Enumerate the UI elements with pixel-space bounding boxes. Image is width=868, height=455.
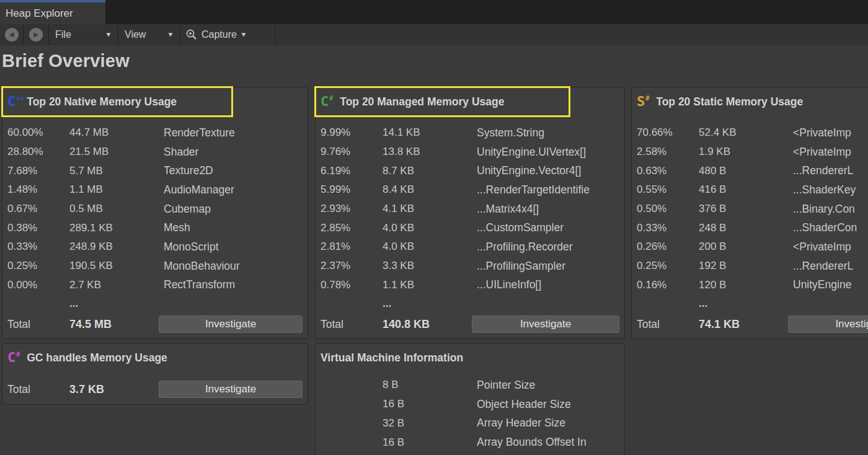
row-size: 0.5 MB [69, 203, 164, 215]
row-size: 5.7 MB [69, 165, 164, 177]
memory-row[interactable]: 0.25% 190.5 KB MonoBehaviour [7, 257, 303, 276]
investigate-button[interactable]: Investigate [788, 316, 868, 333]
memory-row[interactable]: 9.99% 14.1 KB System.String [321, 123, 619, 143]
row-percent: 2.37% [321, 260, 383, 272]
csharp-language-icon: C # [321, 95, 335, 108]
memory-row[interactable]: 6.19% 8.7 KB UnityEngine.Vector4[] [321, 161, 619, 180]
toolbar: ◀ ▶ File ▼ View ▼ Capture ▼ [0, 24, 868, 45]
vm-info-row[interactable]: 16 B Object Header Size [321, 395, 619, 414]
memory-row[interactable]: 70.66% 52.4 KB <PrivateImp [637, 123, 868, 143]
forward-button[interactable]: ▶ [24, 24, 49, 45]
row-type: UnityEngine [793, 278, 868, 291]
row-size: 416 B [699, 183, 793, 196]
row-size: 289.1 KB [69, 222, 164, 234]
memory-row[interactable]: 0.26% 200 B <PrivateImp [637, 237, 868, 257]
row-size: 4.0 KB [383, 241, 477, 253]
memory-row[interactable]: 2.81% 4.0 KB ...Profiling.Recorder [321, 237, 619, 257]
tab-heap-explorer[interactable]: Heap Explorer [0, 0, 105, 24]
memory-row[interactable]: 5.99% 8.4 KB ...RenderTargetIdentifie [321, 180, 619, 200]
memory-row[interactable]: 0.50% 376 B ...Binary.Con [637, 200, 868, 219]
row-percent: 5.99% [321, 183, 383, 196]
row-size: 4.0 KB [383, 222, 477, 234]
gc-csharp-icon: C # [7, 351, 22, 364]
more-rows-indicator: ... [7, 294, 303, 313]
row-type: ...RenderTargetIdentifie [477, 183, 619, 197]
memory-row[interactable]: 2.85% 4.0 KB ...CustomSampler [321, 218, 619, 237]
page-title: Brief Overview [2, 51, 130, 71]
memory-row[interactable]: 9.76% 13.8 KB UnityEngine.UIVertex[] [321, 143, 619, 162]
row-percent: 0.67% [7, 203, 69, 215]
row-type: MonoScript [164, 241, 303, 254]
investigate-button[interactable]: Investigate [159, 316, 303, 333]
total-label: Total [637, 318, 699, 331]
total-label: Total [7, 318, 69, 331]
capture-menu-button[interactable]: Capture ▼ [180, 24, 275, 45]
row-size: 52.4 KB [699, 126, 793, 139]
memory-row[interactable]: 0.55% 416 B ...ShaderKey [637, 180, 868, 200]
row-percent: 0.38% [7, 222, 69, 234]
row-size: 44.7 MB [69, 126, 164, 139]
memory-row[interactable]: 0.00% 2.7 KB RectTransform [7, 276, 303, 295]
gc-total-row: Total 3.7 KB Investigate [7, 379, 303, 399]
memory-row[interactable]: 7.68% 5.7 MB Texture2D [7, 161, 303, 180]
row-type: ...RendererL [793, 260, 868, 273]
back-button[interactable]: ◀ [0, 24, 24, 45]
managed-total-row: Total 140.8 KB Investigate [321, 314, 619, 334]
memory-row[interactable]: 2.93% 4.1 KB ...Matrix4x4[] [321, 200, 619, 219]
memory-row[interactable]: 1.48% 1.1 MB AudioManager [7, 180, 303, 200]
row-percent: 0.26% [637, 241, 699, 253]
memory-row[interactable]: 0.67% 0.5 MB Cubemap [7, 200, 303, 219]
row-type: <PrivateImp [793, 241, 868, 254]
row-size: 16 B [383, 398, 477, 410]
row-type: UnityEngine.UIVertex[] [477, 146, 619, 159]
vm-panel-title: Virtual Machine Information [321, 351, 463, 364]
row-percent: 0.25% [637, 260, 699, 272]
memory-row[interactable]: 0.38% 289.1 KB Mesh [7, 218, 303, 237]
memory-row[interactable]: 2.58% 1.9 KB <PrivateImp [637, 143, 868, 162]
managed-memory-list: 9.99% 14.1 KB System.String 9.76% 13.8 K… [321, 123, 619, 294]
row-size: 192 B [699, 260, 793, 272]
investigate-button[interactable]: Investigate [159, 381, 303, 398]
row-type: ...ShaderKey [793, 183, 868, 197]
row-size: 3.3 KB [383, 260, 477, 272]
static-language-icon: S # [637, 95, 651, 108]
static-memory-panel: S # Top 20 Static Memory Usage 70.66% 52… [631, 87, 868, 339]
row-size: 376 B [699, 203, 793, 215]
row-percent: 2.93% [321, 203, 383, 215]
row-type: ...UILineInfo[] [477, 278, 619, 291]
vm-info-row[interactable]: 16 B Array Bounds Offset In [321, 433, 619, 452]
row-percent: 6.19% [321, 165, 383, 177]
memory-row[interactable]: 0.33% 248 B ...ShaderCon [637, 218, 868, 237]
row-type: Mesh [164, 221, 303, 234]
tab-strip: Heap Explorer [0, 0, 868, 24]
memory-row[interactable]: 0.63% 480 B ...RendererL [637, 161, 868, 180]
row-percent: 0.00% [7, 279, 69, 291]
file-menu-button[interactable]: File ▼ [49, 24, 118, 45]
memory-row[interactable]: 60.00% 44.7 MB RenderTexture [7, 123, 303, 143]
row-type: RectTransform [164, 278, 303, 291]
memory-row[interactable]: 0.33% 248.9 KB MonoScript [7, 237, 303, 257]
total-label: Total [321, 318, 383, 331]
memory-row[interactable]: 0.25% 192 B ...RendererL [637, 257, 868, 276]
row-type: System.String [477, 126, 619, 139]
memory-row[interactable]: 0.78% 1.1 KB ...UILineInfo[] [321, 276, 619, 295]
memory-row[interactable]: 28.80% 21.5 MB Shader [7, 143, 303, 162]
cpp-language-icon: C ++ [7, 95, 22, 108]
chevron-down-icon: ▼ [240, 31, 247, 38]
file-menu-label: File [55, 29, 71, 40]
row-size: 16 B [383, 436, 477, 449]
forward-icon: ▶ [29, 28, 43, 42]
investigate-button[interactable]: Investigate [472, 316, 619, 333]
vm-info-row[interactable]: 32 B Array Header Size [321, 414, 619, 433]
memory-row[interactable]: 2.37% 3.3 KB ...ProfilingSampler [321, 257, 619, 276]
view-menu-button[interactable]: View ▼ [118, 24, 180, 45]
row-size: 248.9 KB [69, 241, 164, 253]
managed-panel-header: C # Top 20 Managed Memory Usage [321, 91, 619, 112]
vm-info-row[interactable]: 8 B Pointer Size [321, 376, 619, 395]
native-panel-title: Top 20 Native Memory Usage [27, 95, 177, 108]
native-memory-panel: C ++ Top 20 Native Memory Usage 60.00% 4… [2, 87, 308, 339]
memory-row[interactable]: 0.16% 120 B UnityEngine [637, 276, 868, 295]
static-panel-header: S # Top 20 Static Memory Usage [637, 91, 868, 112]
gc-handles-panel: C # GC handles Memory Usage Total 3.7 KB… [2, 343, 308, 405]
total-label: Total [7, 383, 69, 396]
